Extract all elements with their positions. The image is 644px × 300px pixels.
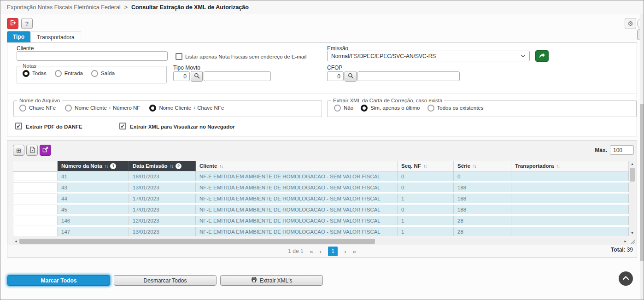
cell: 188 <box>454 205 511 214</box>
emissao-select[interactable]: Normal/FS/DPEC/EPEC/SVC-AN/SVC-RS <box>327 51 530 61</box>
radio-nome-chave[interactable] <box>149 105 156 112</box>
radio-nome-chave-label: Nome Cliente + Chave NFe <box>159 105 224 111</box>
execute-search-button[interactable] <box>535 50 549 62</box>
column-header-data-emiss-o[interactable]: Data Emissão↑↓2 <box>129 161 196 171</box>
cell: NF-E EMITIDA EM AMBIENTE DE HOMOLOGACAO … <box>196 171 398 181</box>
tipo-movto-search-button[interactable] <box>191 71 203 82</box>
scroll-right-arrow-icon[interactable]: ► <box>622 238 628 244</box>
first-page-button[interactable]: « <box>310 248 313 255</box>
desmarcar-todos-button[interactable]: Desmarcar Todos <box>114 275 217 286</box>
cell: 0 <box>398 205 454 214</box>
total-value: 39 <box>627 247 633 253</box>
cfop-label: CFOP <box>327 65 342 71</box>
marcar-todos-button[interactable]: Marcar Todos <box>7 275 110 286</box>
radio-cce-todos-label: Todos os existentes <box>437 105 484 111</box>
cfop-description-input[interactable] <box>357 71 460 81</box>
table-row[interactable]: 4517/01/2023NF-E EMITIDA EM AMBIENTE DE … <box>13 205 629 214</box>
open-window-button[interactable] <box>40 145 51 156</box>
cell: NF-E EMITIDA EM AMBIENTE DE HOMOLOGACAO … <box>196 216 398 225</box>
cfop-code-input[interactable] <box>327 71 344 81</box>
extrair-pdf-checkbox[interactable]: ✓ <box>15 123 22 129</box>
notas-fieldset: Notas Todas Entrada Saída <box>17 63 167 83</box>
sort-arrows-icon: ↑↓ <box>105 164 108 169</box>
extrair-xml-navegador-checkbox[interactable]: ✓ <box>119 123 126 129</box>
column-header-transportadora[interactable]: Transportadora↑↓ <box>511 161 629 171</box>
current-page-button[interactable]: 1 <box>328 247 338 256</box>
tipo-movto-code-input[interactable] <box>173 71 190 81</box>
row-select-cell[interactable] <box>13 182 58 192</box>
table-row[interactable]: 4313/01/2023NF-E EMITIDA EM AMBIENTE DE … <box>13 182 629 192</box>
app-window: Exportação Notas Fiscais Eletrônica Fede… <box>0 0 644 300</box>
radio-cce-nao[interactable] <box>334 105 341 112</box>
radio-nome-numero-label: Nome Cliente + Número NF <box>75 105 140 111</box>
tipo-movto-description-input[interactable] <box>204 71 271 81</box>
prev-page-button[interactable]: ‹ <box>320 248 322 255</box>
table-row[interactable]: 4118/01/2023NF-E EMITIDA EM AMBIENTE DE … <box>13 171 629 181</box>
resize-handle[interactable] <box>629 238 635 244</box>
scroll-to-top-button[interactable] <box>619 271 633 286</box>
extrair-pdf-label: Extrair PDF do DANFE <box>26 124 82 129</box>
breadcrumb-parent[interactable]: Exportação Notas Fiscais Eletrônica Fede… <box>7 4 121 11</box>
table-row[interactable]: 14612/01/2023NF-E EMITIDA EM AMBIENTE DE… <box>13 216 629 225</box>
pagination-info: 1 de 1 <box>288 248 303 254</box>
cell: 44 <box>58 194 129 203</box>
grid-toolbar: ⊞ <box>13 145 51 156</box>
top-toolbar: ? ⚙ <box>7 18 637 30</box>
table-vertical-scrollbar[interactable]: ▲ ▼ <box>629 161 635 236</box>
table-horizontal-scrollbar[interactable]: ◄ ► <box>13 238 628 244</box>
column-header-seq-nf[interactable]: Seq. NF↑↓ <box>398 161 454 171</box>
options-section: Nome do Arquivo Chave NFe Nome Cliente +… <box>7 94 637 136</box>
settings-button[interactable]: ⚙ <box>625 18 636 29</box>
email-filter-checkbox[interactable] <box>176 53 182 60</box>
logout-button[interactable] <box>7 18 18 29</box>
email-filter-label: Listar apenas Nota Fiscais sem endereço … <box>185 54 306 59</box>
next-page-button[interactable]: › <box>344 248 346 255</box>
cell: 147 <box>58 227 129 236</box>
tab-transportadora[interactable]: Transportadora <box>30 31 81 42</box>
row-select-cell[interactable] <box>13 205 58 214</box>
export-file-button[interactable] <box>26 145 38 156</box>
table-row[interactable]: 14713/01/2023NF-E EMITIDA EM AMBIENTE DE… <box>13 227 629 236</box>
sort-priority-badge: 2 <box>176 163 181 169</box>
radio-cce-todos[interactable] <box>427 105 434 112</box>
scroll-down-arrow-icon[interactable]: ▼ <box>629 230 635 236</box>
help-button[interactable]: ? <box>21 18 33 29</box>
cell: 45 <box>58 205 129 214</box>
scroll-up-arrow-icon[interactable]: ▲ <box>629 161 635 167</box>
radio-entrada[interactable] <box>55 70 62 77</box>
column-header-n-mero-da-nota[interactable]: Número da Nota↑↓1 <box>58 161 129 171</box>
cell: 188 <box>454 194 511 203</box>
row-select-cell[interactable] <box>13 171 58 181</box>
page-scrollbar[interactable] <box>640 14 644 300</box>
cliente-input[interactable] <box>17 51 168 61</box>
cell: 0 <box>398 182 454 192</box>
column-header-s-rie[interactable]: Série↑↓ <box>454 161 511 171</box>
table-row[interactable]: 4417/01/2023NF-E EMITIDA EM AMBIENTE DE … <box>13 194 629 203</box>
radio-chave-nfe-label: Chave NFe <box>29 105 56 111</box>
row-select-cell[interactable] <box>13 194 58 203</box>
row-select-cell[interactable] <box>13 227 58 236</box>
column-header-select <box>13 161 58 171</box>
extrair-xmls-button[interactable]: Extrair XML's <box>220 275 323 286</box>
sort-arrows-icon: ↑↓ <box>556 164 560 169</box>
cfop-search-button[interactable] <box>345 71 357 82</box>
scroll-left-arrow-icon[interactable]: ◄ <box>13 238 19 244</box>
radio-nome-numero[interactable] <box>65 105 72 112</box>
last-page-button[interactable]: » <box>353 248 356 255</box>
cell: 18/01/2023 <box>129 171 196 181</box>
cell: 13/01/2023 <box>129 182 196 192</box>
radio-cce-ultimo[interactable] <box>361 105 368 112</box>
vertical-scroll-thumb[interactable] <box>630 168 635 182</box>
page-scroll-thumb[interactable] <box>640 104 644 261</box>
radio-chave-nfe[interactable] <box>19 105 26 112</box>
cell: 188 <box>454 182 511 192</box>
radio-saida[interactable] <box>91 70 98 77</box>
column-header-cliente[interactable]: Cliente↑↓ <box>196 161 398 171</box>
column-chooser-button[interactable]: ⊞ <box>13 145 24 156</box>
radio-todas[interactable] <box>23 70 29 77</box>
max-input[interactable] <box>610 145 634 155</box>
row-select-cell[interactable] <box>13 216 58 225</box>
results-table: Número da Nota↑↓1Data Emissão↑↓2Cliente↑… <box>13 161 635 236</box>
horizontal-scroll-thumb[interactable] <box>19 239 375 244</box>
tab-tipo[interactable]: Tipo <box>7 31 30 42</box>
